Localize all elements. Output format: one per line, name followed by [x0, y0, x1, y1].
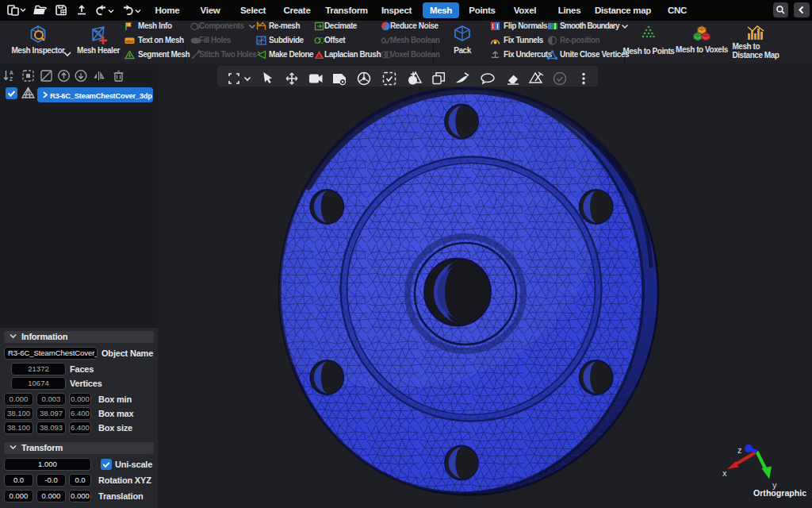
svg-text:A: A: [10, 70, 13, 75]
svg-text:abc: abc: [125, 39, 134, 44]
svg-text:Orthographic: Orthographic: [753, 488, 806, 498]
svg-text:z: z: [737, 445, 742, 455]
svg-text:Z: Z: [10, 76, 13, 82]
svg-text:x: x: [722, 468, 727, 478]
